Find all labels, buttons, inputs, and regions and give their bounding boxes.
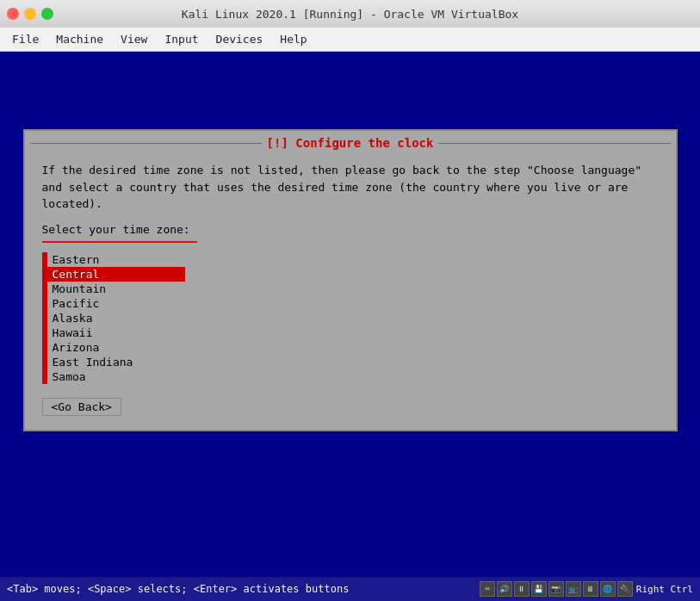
timezone-list-container: Eastern Central Mountain Pacific Alaska …: [42, 252, 659, 384]
timezone-samoa[interactable]: Samoa: [47, 369, 185, 384]
titlebar: Kali Linux 2020.1 [Running] - Oracle VM …: [0, 0, 700, 28]
status-icon-1: ⌨: [480, 581, 495, 597]
right-ctrl-label: Right Ctrl: [636, 584, 693, 595]
vm-display: [!] Configure the clock If the desired t…: [0, 52, 700, 601]
status-icon-2: 🔊: [497, 581, 512, 597]
status-icon-8: 🌐: [600, 581, 616, 597]
timezone-arizona[interactable]: Arizona: [47, 340, 185, 355]
status-icon-6: 📺: [566, 581, 581, 597]
dialog-description: If the desired time zone is not listed, …: [42, 162, 659, 213]
menu-view[interactable]: View: [112, 29, 156, 49]
timezone-eastern[interactable]: Eastern: [47, 252, 185, 267]
status-icons: ⌨ 🔊 ⏸ 💾 📷 📺 🖥 🌐 🔌: [480, 581, 633, 597]
dialog-title: [!] Configure the clock: [267, 136, 434, 150]
timezone-hawaii[interactable]: Hawaii: [47, 325, 185, 340]
window-controls[interactable]: [7, 8, 53, 20]
timezone-central[interactable]: Central: [47, 267, 185, 282]
status-bar: <Tab> moves; <Space> selects; <Enter> ac…: [0, 577, 700, 601]
menubar: File Machine View Input Devices Help: [0, 28, 700, 52]
menu-machine[interactable]: Machine: [47, 29, 112, 49]
title-line-left: [30, 143, 262, 144]
timezone-mountain[interactable]: Mountain: [47, 282, 185, 296]
menu-devices[interactable]: Devices: [208, 29, 272, 49]
timezone-pacific[interactable]: Pacific: [47, 296, 185, 311]
menu-file[interactable]: File: [3, 29, 47, 49]
go-back-button[interactable]: <Go Back>: [42, 398, 121, 416]
select-underline: [42, 241, 197, 243]
status-icon-5: 📷: [548, 581, 564, 597]
minimize-button[interactable]: [24, 8, 36, 20]
dialog-titlebar: [!] Configure the clock: [25, 131, 676, 153]
configure-clock-dialog: [!] Configure the clock If the desired t…: [23, 129, 678, 431]
status-icon-4: 💾: [531, 581, 547, 597]
status-hint: <Tab> moves; <Space> selects; <Enter> ac…: [7, 583, 480, 595]
timezone-alaska[interactable]: Alaska: [47, 311, 185, 325]
close-button[interactable]: [7, 8, 19, 20]
status-icon-7: 🖥: [583, 581, 598, 597]
dialog-content: If the desired time zone is not listed, …: [25, 153, 676, 430]
window-title: Kali Linux 2020.1 [Running] - Oracle VM …: [182, 8, 518, 21]
menu-help[interactable]: Help: [271, 29, 315, 49]
status-icon-3: ⏸: [514, 581, 530, 597]
select-timezone-label: Select your time zone:: [42, 223, 659, 236]
menu-input[interactable]: Input: [156, 29, 207, 49]
maximize-button[interactable]: [41, 8, 53, 20]
status-icon-9: 🔌: [617, 581, 633, 597]
title-line-right: [438, 143, 670, 144]
timezone-list[interactable]: Eastern Central Mountain Pacific Alaska …: [47, 252, 185, 384]
timezone-east-indiana[interactable]: East Indiana: [47, 355, 185, 369]
